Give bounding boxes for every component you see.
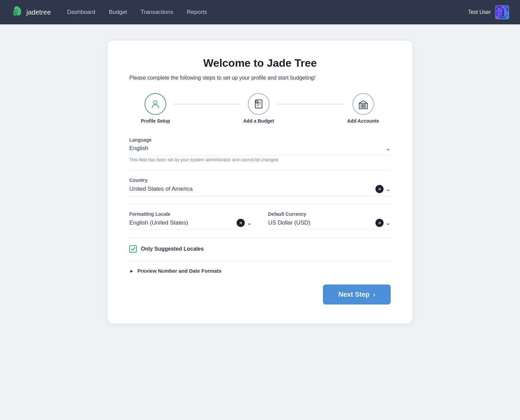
nav-budget[interactable]: Budget [109,9,127,16]
formatting-locale-select[interactable]: English (United States) ✕ ⌄ [129,219,252,230]
step-budget: Add a Budget [243,93,274,124]
country-value: United States of America [129,186,375,192]
avatar-pixel [506,6,508,8]
avatar-pixel [502,17,504,18]
avatar-pixel [506,12,508,14]
avatar-pixel [502,15,504,16]
avatar-pixel [498,10,500,12]
person-icon [150,99,161,109]
formatting-locale-clear-button[interactable]: ✕ [237,219,245,227]
country-clear-button[interactable]: ✕ [375,185,384,193]
avatar-pixel [504,8,506,10]
avatar-pixel [502,8,504,10]
step-circle-profile [145,93,166,115]
avatar-pixel [498,17,500,18]
next-step-label: Next Step [339,291,370,298]
step-accounts: Add Accounts [347,93,379,124]
only-suggested-locales-checkbox[interactable] [129,245,137,253]
avatar-pixel [506,15,508,16]
svg-rect-10 [363,105,364,107]
divider-1 [129,170,391,171]
navbar: jadetree Dashboard Budget Transactions R… [0,0,520,24]
avatar-pixel [498,6,500,8]
avatar-pixel [506,10,508,12]
card-subtitle: Please complete the following steps to s… [129,75,391,81]
button-row: Next Step › [129,285,391,304]
avatar-pixel [498,8,500,10]
default-currency-label: Default Currency [268,211,391,217]
avatar-pixel [500,15,502,16]
language-chevron-icon[interactable]: ⌄ [386,145,391,152]
svg-rect-8 [361,105,362,107]
step-label-profile: Profile Setup [141,118,170,124]
avatar-pixel [504,6,506,8]
checkmark-icon [131,247,135,251]
country-label: Country [129,177,391,183]
bank-icon [358,99,369,109]
username: Test User [468,9,491,15]
avatar-pixel [500,10,502,12]
default-currency-value: US Dollar (USD) [268,219,375,226]
next-arrow-icon: › [373,291,375,298]
avatar-pixel [498,15,500,16]
formatting-locale-field-group: Formatting Locale English (United States… [129,211,252,230]
user-section: Test User [468,5,509,19]
leaf-icon [11,6,23,18]
nav-reports[interactable]: Reports [187,9,207,16]
step-circle-accounts [352,93,374,115]
step-label-accounts: Add Accounts [347,118,379,124]
step-connector-2 [277,104,344,105]
avatar-pixel [502,6,504,8]
avatar-pixel [496,12,498,14]
svg-point-2 [154,101,157,104]
avatar-pixel [504,15,506,16]
nav-dashboard[interactable]: Dashboard [67,9,95,16]
avatar-pixel [496,17,498,18]
next-step-button[interactable]: Next Step › [323,285,391,304]
setup-card: Welcome to Jade Tree Please complete the… [108,41,412,323]
avatar[interactable] [495,5,509,19]
avatar-pixel [506,17,508,18]
divider-3 [129,238,391,238]
avatar-pixel [506,8,508,10]
default-currency-select[interactable]: US Dollar (USD) ✕ ⌄ [268,219,391,230]
preview-row[interactable]: ► Preview Number and Date Formats [129,268,391,274]
language-label: Language [129,137,391,143]
brand: jadetree [11,6,51,18]
avatar-pixel [500,8,502,10]
avatar-pixel [504,10,506,12]
avatar-pixel [500,6,502,8]
country-field-group: Country United States of America ✕ ⌄ [129,177,391,196]
divider-2 [129,204,391,205]
country-select[interactable]: United States of America ✕ ⌄ [129,185,391,196]
language-hint: This field has been set by your system a… [129,157,391,162]
default-currency-clear-button[interactable]: ✕ [375,219,384,227]
avatar-pixel [496,15,498,16]
nav-transactions[interactable]: Transactions [140,9,173,16]
two-col-row: Formatting Locale English (United States… [129,211,391,230]
steps-row: Profile Setup Add a Budget [129,93,391,124]
main-content: Welcome to Jade Tree Please complete the… [0,24,520,340]
step-label-budget: Add a Budget [243,118,274,124]
step-circle-budget [248,93,269,115]
default-currency-chevron-icon[interactable]: ⌄ [386,219,391,227]
avatar-pixel [496,10,498,12]
avatar-pixel [496,6,498,8]
language-select[interactable]: English ⌄ [129,145,391,155]
preview-label: Preview Number and Date Formats [137,268,221,274]
default-currency-field-group: Default Currency US Dollar (USD) ✕ ⌄ [268,211,391,230]
brand-name: jadetree [26,8,51,16]
preview-expand-icon: ► [129,268,134,274]
svg-rect-7 [256,101,258,103]
avatar-pixel [496,8,498,10]
avatar-pixel [498,12,500,14]
avatar-pixel [502,12,504,14]
avatar-pixel [504,17,506,18]
clear-icon: ✕ [378,187,382,191]
country-chevron-icon[interactable]: ⌄ [386,185,391,193]
formatting-locale-chevron-icon[interactable]: ⌄ [247,219,252,227]
avatar-pixel [502,10,504,12]
avatar-pixel [500,17,502,18]
formatting-locale-label: Formatting Locale [129,211,252,217]
budget-icon [253,99,264,109]
